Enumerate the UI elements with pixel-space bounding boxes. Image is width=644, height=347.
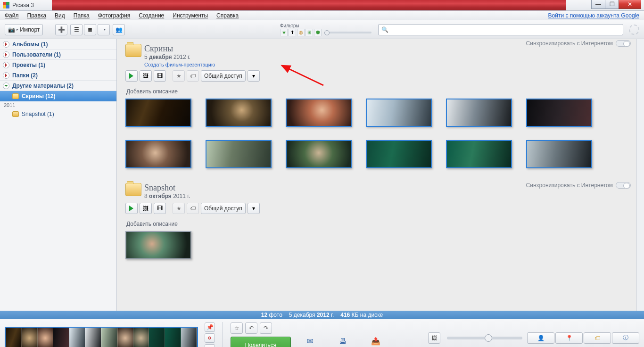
rotate-left-button[interactable]: ↶ [245,322,257,334]
play-slideshow-button[interactable] [125,70,138,82]
sync-web-control[interactable]: Синхронизировать с Интернетом [526,40,631,47]
star-button[interactable]: ★ [173,203,185,214]
search-input[interactable]: 🔍 [378,24,623,35]
filter-star[interactable]: ★ [280,29,288,36]
menu-file[interactable]: Файл [5,12,19,19]
menu-view[interactable]: Вид [55,12,65,19]
thumbnail[interactable] [125,231,191,259]
people-button[interactable]: 👥 [113,24,125,35]
play-slideshow-button[interactable] [125,203,138,214]
import-button[interactable]: 📷▸ Импорт [5,24,43,35]
tag-button[interactable]: 🏷 [187,70,199,82]
print-button[interactable]: 🖶Печать [329,337,357,347]
tag-button[interactable]: 🏷 [187,203,199,214]
tag-icon: 🏷 [190,205,196,212]
tag-places-tab[interactable]: 📍 [555,332,583,344]
google-signin-link[interactable]: Войти с помощью аккаунта Google [548,12,639,19]
create-movie-link[interactable]: Создать фильм-презентацию [144,62,215,67]
thumbnail[interactable] [286,99,352,127]
sidebar-other[interactable]: Другие материалы (2) [0,81,116,91]
sidebar-people[interactable]: Пользователи (1) [0,50,116,60]
thumbnail[interactable] [526,99,592,127]
thumbnail[interactable] [125,99,191,127]
filter-date-slider[interactable] [324,32,372,33]
folder-icon [125,183,141,196]
thumbnail[interactable] [366,99,432,127]
filter-movie[interactable]: ⊞ [305,29,313,36]
menu-tools[interactable]: Инструменты [173,12,208,19]
sidebar-folders[interactable]: Папки (2) [0,70,116,81]
menu-help[interactable]: Справка [216,12,239,19]
info-tab[interactable]: ⓘ [612,332,639,344]
movie-button[interactable]: 🎞 [154,70,166,82]
tag-tags-tab[interactable]: 🏷 [584,332,611,344]
thumbnail[interactable] [206,140,272,168]
share-dropdown[interactable]: Общий доступ [201,203,246,214]
share-dropdown[interactable]: Общий доступ [201,70,246,82]
info-icon: ⓘ [623,334,628,342]
sidebar-item-snapshot[interactable]: Snapshot (1) [0,109,116,119]
export-button[interactable]: 📤Экспорт [362,337,390,347]
email-button[interactable]: ✉Эл. почта [296,337,324,347]
collage-button[interactable]: 🖼 [140,203,152,214]
selection-status-bar: 12 фото 5 декабря 2012 г. 416 КБ на диск… [0,311,644,319]
thumbnail[interactable] [286,140,352,168]
thumbnail-preview-button[interactable]: 🖼 [428,332,440,344]
sidebar-projects[interactable]: Проекты (1) [0,60,116,70]
minimize-button[interactable]: — [591,0,605,9]
clear-button[interactable]: ⭘ [205,333,215,343]
folder-description[interactable]: Добавить описание [126,221,634,227]
tag-icon: 🏷 [190,73,196,79]
chevron-down-icon: ▾ [252,73,255,79]
folder-date: 5 декабря 2012 г. [144,54,215,61]
tag-people-tab[interactable]: 👤 [527,332,554,344]
close-button[interactable]: ✕ [619,0,641,9]
chevron-down-icon: ▾ [104,27,106,32]
sidebar-item-label: Snapshot (1) [22,111,54,117]
star-toggle[interactable]: ☆ [231,322,243,334]
menu-edit[interactable]: Правка [27,12,47,19]
sync-toggle[interactable] [616,40,631,47]
add-to-album-button[interactable]: 🗂▾ [205,344,215,347]
collage-icon: 🖼 [143,73,149,79]
thumbnail[interactable] [526,140,592,168]
folder-description[interactable]: Добавить описание [126,88,634,95]
filter-upload[interactable]: ⬆ [289,29,296,36]
folder-date: 8 октября 2011 г. [144,193,190,200]
collage-icon: 🖼 [143,205,149,212]
share-button[interactable]: Поделиться [231,337,291,347]
thumbnail-zoom-slider[interactable] [447,337,522,339]
filter-face[interactable]: ◍ [297,29,305,36]
library-content: Синхронизировать с Интернетом Скрины 5 д… [117,39,644,311]
menu-photo[interactable]: Фотография [98,12,130,19]
thumbnail[interactable] [446,99,512,127]
sync-toggle[interactable] [616,182,631,189]
add-folder-button[interactable]: ➕ [55,24,67,35]
movie-button[interactable]: 🎞 [154,203,166,214]
maximize-button[interactable]: ❐ [605,0,619,9]
thumbnail[interactable] [446,140,512,168]
thumbnail[interactable] [125,140,191,168]
picasa-logo-icon [3,2,9,8]
menu-create[interactable]: Создание [139,12,164,19]
view-tree-button[interactable]: ≣ [84,24,96,35]
menu-folder[interactable]: Папка [74,12,90,19]
view-flat-button[interactable]: ☰ [70,24,83,35]
sidebar-item-skriny[interactable]: Скрины (12) [0,91,116,101]
sidebar-albums[interactable]: Альбомы (1) [0,39,116,50]
share-dropdown-caret[interactable]: ▾ [248,70,260,82]
hold-button[interactable]: 📌 [205,322,215,332]
sync-web-control[interactable]: Синхронизировать с Интернетом [526,182,631,189]
collage-button[interactable]: 🖼 [140,70,152,82]
thumbnail[interactable] [366,140,432,168]
tray-thumbnails[interactable] [5,327,198,347]
share-dropdown-caret[interactable]: ▾ [248,203,260,214]
photo-tray: 📌 ⭘ 🗂▾ ☆ ↶ ↷ Поделиться ✉Эл. почта 🖶Печа… [0,319,644,347]
filter-geo[interactable]: ⬢ [314,29,322,36]
thumbnail[interactable] [206,99,272,127]
rotate-right-button[interactable]: ↷ [260,322,272,334]
menu-bar: Файл Правка Вид Папка Фотография Создани… [0,11,644,20]
sidebar-item-label: Пользователи (1) [12,51,61,58]
star-button[interactable]: ★ [173,70,185,82]
view-sort-button[interactable]: ▾ [98,24,110,35]
